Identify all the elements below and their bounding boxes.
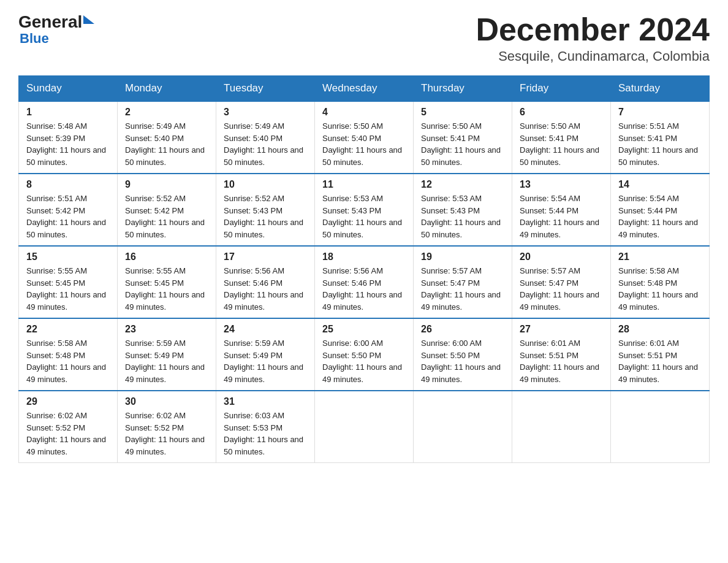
week-row-4: 22Sunrise: 5:58 AMSunset: 5:48 PMDayligh…	[19, 318, 710, 391]
day-number: 21	[618, 251, 703, 262]
week-row-5: 29Sunrise: 6:02 AMSunset: 5:52 PMDayligh…	[19, 391, 710, 463]
day-number: 1	[26, 107, 111, 118]
day-number: 15	[26, 251, 111, 262]
day-number: 5	[421, 107, 506, 118]
day-number: 14	[618, 179, 703, 190]
day-info: Sunrise: 5:59 AMSunset: 5:49 PMDaylight:…	[125, 337, 210, 385]
day-info: Sunrise: 5:54 AMSunset: 5:44 PMDaylight:…	[618, 193, 703, 240]
day-info: Sunrise: 5:52 AMSunset: 5:42 PMDaylight:…	[125, 193, 210, 240]
day-number: 3	[224, 107, 308, 118]
day-info: Sunrise: 5:55 AMSunset: 5:45 PMDaylight:…	[26, 265, 111, 313]
page-header: General Blue December 2024 Sesquile, Cun…	[18, 12, 710, 64]
day-number: 27	[520, 324, 604, 335]
day-info: Sunrise: 5:57 AMSunset: 5:47 PMDaylight:…	[421, 265, 506, 313]
day-info: Sunrise: 5:59 AMSunset: 5:49 PMDaylight:…	[224, 337, 308, 385]
day-number: 13	[520, 179, 604, 190]
day-cell: 10Sunrise: 5:52 AMSunset: 5:43 PMDayligh…	[216, 174, 315, 246]
day-info: Sunrise: 6:00 AMSunset: 5:50 PMDaylight:…	[322, 337, 407, 385]
day-number: 30	[125, 396, 210, 407]
location-subtitle: Sesquile, Cundinamarca, Colombia	[476, 48, 710, 64]
day-cell: 15Sunrise: 5:55 AMSunset: 5:45 PMDayligh…	[19, 246, 118, 318]
day-cell	[512, 391, 611, 463]
logo-blue-text: Blue	[20, 31, 94, 47]
day-cell: 12Sunrise: 5:53 AMSunset: 5:43 PMDayligh…	[414, 174, 512, 246]
day-number: 9	[125, 179, 210, 190]
calendar-table: SundayMondayTuesdayWednesdayThursdayFrid…	[18, 75, 710, 463]
day-info: Sunrise: 5:57 AMSunset: 5:47 PMDaylight:…	[520, 265, 604, 313]
logo-row1: General	[18, 12, 94, 32]
col-header-friday: Friday	[512, 76, 611, 102]
logo-triangle-icon	[83, 15, 94, 24]
day-cell: 8Sunrise: 5:51 AMSunset: 5:42 PMDaylight…	[19, 174, 118, 246]
day-cell: 5Sunrise: 5:50 AMSunset: 5:41 PMDaylight…	[414, 101, 512, 174]
day-cell: 24Sunrise: 5:59 AMSunset: 5:49 PMDayligh…	[216, 318, 315, 391]
day-cell: 1Sunrise: 5:48 AMSunset: 5:39 PMDaylight…	[19, 101, 118, 174]
day-number: 23	[125, 324, 210, 335]
day-info: Sunrise: 6:02 AMSunset: 5:52 PMDaylight:…	[26, 410, 111, 458]
col-header-monday: Monday	[118, 76, 216, 102]
col-header-saturday: Saturday	[611, 76, 710, 102]
day-info: Sunrise: 5:53 AMSunset: 5:43 PMDaylight:…	[322, 193, 407, 240]
day-cell: 17Sunrise: 5:56 AMSunset: 5:46 PMDayligh…	[216, 246, 315, 318]
day-number: 28	[618, 324, 703, 335]
day-cell: 28Sunrise: 6:01 AMSunset: 5:51 PMDayligh…	[611, 318, 710, 391]
day-number: 26	[421, 324, 506, 335]
day-cell: 25Sunrise: 6:00 AMSunset: 5:50 PMDayligh…	[315, 318, 414, 391]
title-block: December 2024 Sesquile, Cundinamarca, Co…	[476, 12, 710, 64]
day-number: 4	[322, 107, 407, 118]
day-info: Sunrise: 5:49 AMSunset: 5:40 PMDaylight:…	[224, 120, 308, 168]
day-info: Sunrise: 5:50 AMSunset: 5:40 PMDaylight:…	[322, 120, 407, 168]
month-title: December 2024	[476, 12, 710, 47]
day-cell: 4Sunrise: 5:50 AMSunset: 5:40 PMDaylight…	[315, 101, 414, 174]
day-cell: 30Sunrise: 6:02 AMSunset: 5:52 PMDayligh…	[118, 391, 216, 463]
day-cell: 9Sunrise: 5:52 AMSunset: 5:42 PMDaylight…	[118, 174, 216, 246]
day-info: Sunrise: 5:58 AMSunset: 5:48 PMDaylight:…	[26, 337, 111, 385]
day-number: 6	[520, 107, 604, 118]
day-info: Sunrise: 5:52 AMSunset: 5:43 PMDaylight:…	[224, 193, 308, 240]
day-cell: 13Sunrise: 5:54 AMSunset: 5:44 PMDayligh…	[512, 174, 611, 246]
day-info: Sunrise: 5:56 AMSunset: 5:46 PMDaylight:…	[322, 265, 407, 313]
day-cell: 23Sunrise: 5:59 AMSunset: 5:49 PMDayligh…	[118, 318, 216, 391]
day-cell: 29Sunrise: 6:02 AMSunset: 5:52 PMDayligh…	[19, 391, 118, 463]
day-number: 2	[125, 107, 210, 118]
day-number: 25	[322, 324, 407, 335]
day-number: 18	[322, 251, 407, 262]
day-cell: 31Sunrise: 6:03 AMSunset: 5:53 PMDayligh…	[216, 391, 315, 463]
day-number: 16	[125, 251, 210, 262]
day-number: 19	[421, 251, 506, 262]
week-row-3: 15Sunrise: 5:55 AMSunset: 5:45 PMDayligh…	[19, 246, 710, 318]
day-info: Sunrise: 5:55 AMSunset: 5:45 PMDaylight:…	[125, 265, 210, 313]
logo-general-text: General	[18, 12, 82, 32]
day-info: Sunrise: 5:54 AMSunset: 5:44 PMDaylight:…	[520, 193, 604, 240]
day-cell: 6Sunrise: 5:50 AMSunset: 5:41 PMDaylight…	[512, 101, 611, 174]
day-cell: 27Sunrise: 6:01 AMSunset: 5:51 PMDayligh…	[512, 318, 611, 391]
week-row-2: 8Sunrise: 5:51 AMSunset: 5:42 PMDaylight…	[19, 174, 710, 246]
week-row-1: 1Sunrise: 5:48 AMSunset: 5:39 PMDaylight…	[19, 101, 710, 174]
day-cell	[611, 391, 710, 463]
day-number: 12	[421, 179, 506, 190]
day-cell: 14Sunrise: 5:54 AMSunset: 5:44 PMDayligh…	[611, 174, 710, 246]
day-number: 11	[322, 179, 407, 190]
col-header-thursday: Thursday	[414, 76, 512, 102]
day-info: Sunrise: 6:00 AMSunset: 5:50 PMDaylight:…	[421, 337, 506, 385]
logo: General Blue	[18, 12, 94, 47]
day-info: Sunrise: 5:56 AMSunset: 5:46 PMDaylight:…	[224, 265, 308, 313]
day-cell: 7Sunrise: 5:51 AMSunset: 5:41 PMDaylight…	[611, 101, 710, 174]
day-number: 20	[520, 251, 604, 262]
day-info: Sunrise: 5:51 AMSunset: 5:42 PMDaylight:…	[26, 193, 111, 240]
day-info: Sunrise: 6:02 AMSunset: 5:52 PMDaylight:…	[125, 410, 210, 458]
day-cell: 19Sunrise: 5:57 AMSunset: 5:47 PMDayligh…	[414, 246, 512, 318]
day-number: 7	[618, 107, 703, 118]
day-number: 29	[26, 396, 111, 407]
day-info: Sunrise: 6:01 AMSunset: 5:51 PMDaylight:…	[618, 337, 703, 385]
header-row: SundayMondayTuesdayWednesdayThursdayFrid…	[19, 76, 710, 102]
day-info: Sunrise: 5:50 AMSunset: 5:41 PMDaylight:…	[421, 120, 506, 168]
day-cell: 21Sunrise: 5:58 AMSunset: 5:48 PMDayligh…	[611, 246, 710, 318]
col-header-tuesday: Tuesday	[216, 76, 315, 102]
day-info: Sunrise: 5:53 AMSunset: 5:43 PMDaylight:…	[421, 193, 506, 240]
day-info: Sunrise: 5:48 AMSunset: 5:39 PMDaylight:…	[26, 120, 111, 168]
day-info: Sunrise: 5:58 AMSunset: 5:48 PMDaylight:…	[618, 265, 703, 313]
day-cell	[315, 391, 414, 463]
day-cell: 20Sunrise: 5:57 AMSunset: 5:47 PMDayligh…	[512, 246, 611, 318]
col-header-sunday: Sunday	[19, 76, 118, 102]
